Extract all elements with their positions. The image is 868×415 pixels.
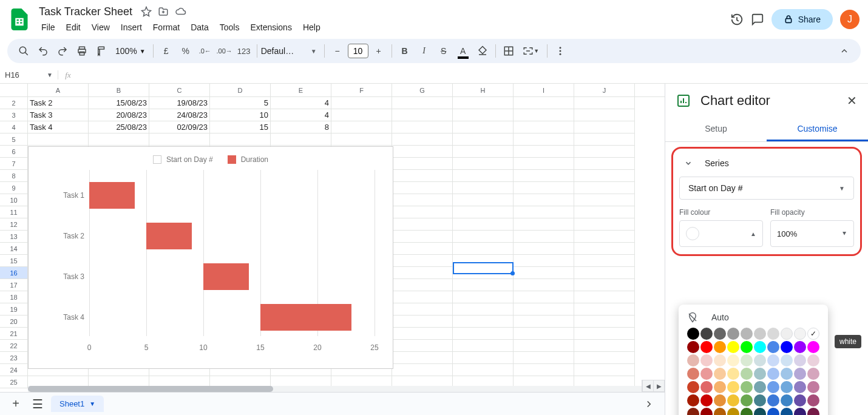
color-swatch[interactable] — [714, 408, 726, 415]
cell[interactable]: 15/08/23 — [89, 97, 149, 109]
row-header[interactable]: 18 — [0, 291, 28, 303]
cell[interactable] — [331, 97, 392, 109]
col-header[interactable]: G — [392, 84, 453, 96]
cell[interactable] — [453, 303, 514, 315]
row-header[interactable]: 14 — [0, 243, 28, 255]
color-swatch[interactable] — [700, 394, 713, 407]
cell[interactable] — [514, 109, 574, 121]
cell[interactable] — [514, 218, 574, 231]
cell[interactable]: 5 — [210, 97, 271, 109]
color-swatch[interactable] — [794, 394, 806, 407]
color-swatch[interactable] — [727, 394, 739, 407]
menu-file[interactable]: File — [36, 20, 60, 35]
font-select[interactable]: Defaul… — [261, 46, 310, 56]
cell[interactable] — [514, 121, 574, 133]
more-icon[interactable] — [551, 42, 569, 60]
cloud-icon[interactable] — [175, 6, 187, 17]
cell[interactable] — [392, 231, 453, 243]
cell[interactable] — [574, 121, 635, 133]
color-swatch[interactable] — [767, 328, 779, 340]
cell[interactable] — [331, 121, 392, 133]
select-all-corner[interactable] — [0, 84, 28, 96]
col-header[interactable]: F — [331, 84, 392, 96]
color-swatch[interactable] — [754, 354, 766, 366]
color-swatch[interactable] — [794, 368, 806, 380]
cell[interactable]: 8 — [271, 121, 331, 133]
cell[interactable] — [574, 364, 635, 376]
color-swatch[interactable] — [807, 354, 819, 366]
cell[interactable] — [574, 267, 635, 279]
cell[interactable] — [453, 364, 514, 376]
row-header[interactable]: 20 — [0, 315, 28, 328]
cell[interactable] — [514, 133, 574, 146]
cell[interactable] — [574, 340, 635, 352]
cell[interactable] — [453, 352, 514, 364]
collapse-toolbar-icon[interactable] — [835, 42, 853, 60]
cell[interactable] — [574, 352, 635, 364]
color-swatch[interactable] — [727, 408, 739, 415]
color-swatch[interactable] — [794, 354, 806, 366]
color-swatch[interactable] — [767, 394, 779, 407]
font-size-plus[interactable]: + — [370, 42, 388, 60]
menu-edit[interactable]: Edit — [61, 20, 86, 35]
cell[interactable] — [574, 279, 635, 291]
row-header[interactable]: 3 — [0, 109, 28, 121]
cell[interactable]: 02/09/23 — [149, 121, 210, 133]
menu-tools[interactable]: Tools — [215, 20, 245, 35]
cell[interactable] — [453, 218, 514, 231]
col-header[interactable]: H — [453, 84, 514, 96]
row-header[interactable]: 9 — [0, 182, 28, 194]
cell[interactable] — [392, 158, 453, 170]
color-swatch[interactable] — [754, 368, 766, 380]
cell[interactable] — [453, 170, 514, 182]
h-scrollbar[interactable] — [28, 386, 642, 392]
cell[interactable] — [392, 182, 453, 194]
tab-customise[interactable]: Customise — [767, 118, 868, 141]
add-sheet-button[interactable]: + — [7, 396, 24, 413]
menu-extensions[interactable]: Extensions — [245, 20, 296, 35]
cell[interactable] — [271, 133, 331, 146]
cell[interactable] — [574, 194, 635, 206]
cell[interactable] — [392, 121, 453, 133]
color-swatch[interactable] — [687, 381, 699, 393]
cell[interactable] — [453, 146, 514, 158]
menu-view[interactable]: View — [87, 20, 115, 35]
cell[interactable] — [574, 206, 635, 218]
dec-increase-icon[interactable]: .00→ — [215, 42, 234, 60]
row-header[interactable]: 8 — [0, 170, 28, 182]
cell[interactable] — [392, 218, 453, 231]
color-swatch[interactable] — [781, 394, 793, 407]
scroll-right-icon[interactable]: ▶ — [653, 380, 664, 391]
color-swatch[interactable] — [687, 341, 699, 353]
cell[interactable] — [514, 158, 574, 170]
cell[interactable] — [453, 328, 514, 340]
color-swatch[interactable] — [741, 368, 753, 380]
color-swatch[interactable] — [794, 381, 806, 393]
cell[interactable] — [28, 133, 89, 146]
cell[interactable] — [514, 364, 574, 376]
col-header[interactable]: A — [28, 84, 89, 96]
color-swatch[interactable] — [781, 341, 793, 353]
color-swatch[interactable] — [754, 408, 766, 415]
bold-button[interactable]: B — [396, 42, 414, 60]
embedded-chart[interactable]: Start on Day #Duration 0510152025Task 1T… — [28, 146, 393, 369]
font-size-input[interactable] — [348, 44, 368, 58]
cell[interactable] — [453, 279, 514, 291]
text-color-button[interactable]: A — [454, 42, 472, 60]
color-swatch[interactable] — [727, 381, 739, 393]
cell[interactable] — [392, 194, 453, 206]
row-header[interactable]: 6 — [0, 146, 28, 158]
col-header[interactable]: J — [574, 84, 635, 96]
color-swatch[interactable] — [687, 328, 699, 340]
cell[interactable] — [453, 194, 514, 206]
menu-insert[interactable]: Insert — [116, 20, 147, 35]
color-swatch[interactable] — [714, 368, 726, 380]
color-swatch[interactable] — [727, 354, 739, 366]
row-header[interactable]: 15 — [0, 255, 28, 267]
color-swatch[interactable] — [727, 328, 739, 340]
color-swatch[interactable] — [807, 394, 819, 407]
cell[interactable] — [574, 218, 635, 231]
color-swatch[interactable] — [714, 354, 726, 366]
color-swatch[interactable] — [700, 354, 713, 366]
color-swatch[interactable] — [687, 368, 699, 380]
